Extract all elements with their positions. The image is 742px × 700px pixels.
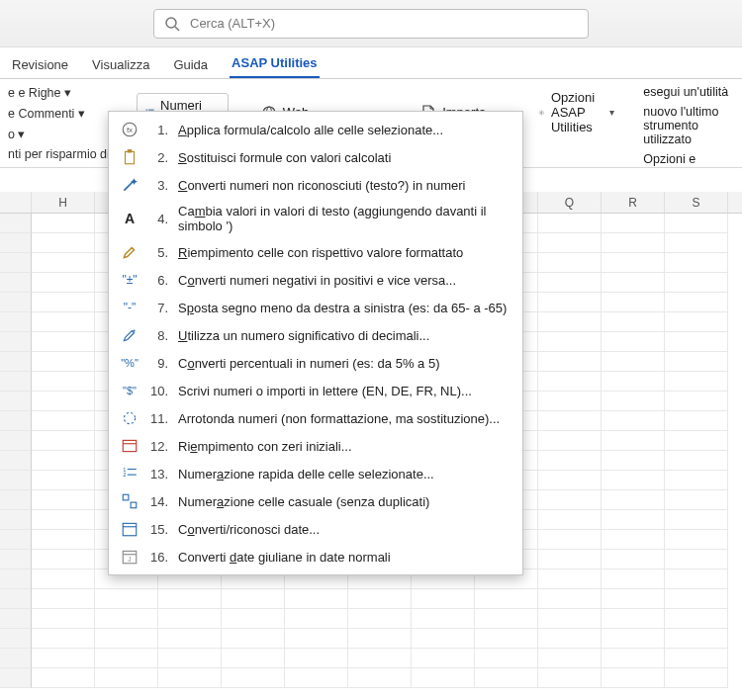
cell[interactable] <box>475 609 538 629</box>
cell[interactable] <box>32 649 95 668</box>
cell[interactable] <box>538 273 602 293</box>
menu-item-5[interactable]: 5.Riempimento celle con rispettivo valor… <box>109 238 522 266</box>
menu-item-2[interactable]: 2.Sostituisci formule con valori calcola… <box>109 143 522 171</box>
cell[interactable] <box>538 253 602 273</box>
cell[interactable] <box>538 609 602 629</box>
cell[interactable] <box>0 233 32 253</box>
cell[interactable] <box>602 451 665 471</box>
menu-item-12[interactable]: 12.Riempimento con zeri iniziali... <box>109 432 522 460</box>
cell[interactable] <box>32 530 95 550</box>
cell[interactable] <box>602 550 665 569</box>
cell[interactable] <box>95 629 158 649</box>
cell[interactable] <box>538 569 602 589</box>
cell[interactable] <box>0 214 32 233</box>
cell[interactable] <box>602 569 665 589</box>
cell[interactable] <box>222 589 285 609</box>
cell[interactable] <box>538 372 602 392</box>
cell[interactable] <box>602 293 665 312</box>
cell[interactable] <box>158 609 222 629</box>
cell[interactable] <box>602 490 665 510</box>
menu-item-1[interactable]: fx1.Applica formula/calcolo alle celle s… <box>109 116 522 143</box>
cell[interactable] <box>32 293 95 312</box>
cell[interactable] <box>665 273 728 293</box>
cell[interactable] <box>665 569 728 589</box>
cell[interactable] <box>32 253 95 273</box>
cell[interactable] <box>32 550 95 569</box>
menu-item-13[interactable]: 1213.Numerazione rapida delle celle sele… <box>109 460 522 487</box>
cell[interactable] <box>222 649 285 668</box>
cell[interactable] <box>0 273 32 293</box>
cell[interactable] <box>538 411 602 431</box>
cell[interactable] <box>602 273 665 293</box>
menu-item-3[interactable]: 3.Converti numeri non riconosciuti (test… <box>109 171 522 199</box>
cell[interactable] <box>538 550 602 569</box>
cell[interactable] <box>665 352 728 372</box>
cell[interactable] <box>602 629 665 649</box>
cell[interactable] <box>602 253 665 273</box>
partial-item[interactable]: nuovo l'ultimo strumento utilizzato <box>643 105 734 146</box>
cell[interactable] <box>665 312 728 332</box>
cell[interactable] <box>285 609 348 629</box>
cell[interactable] <box>0 589 32 609</box>
col-header-s[interactable]: S <box>665 192 728 213</box>
cell[interactable] <box>538 471 602 490</box>
cell[interactable] <box>222 629 285 649</box>
cell[interactable] <box>285 668 348 688</box>
cell[interactable] <box>665 649 728 668</box>
cell[interactable] <box>665 233 728 253</box>
cell[interactable] <box>32 411 95 431</box>
cell[interactable] <box>602 411 665 431</box>
cell[interactable] <box>0 411 32 431</box>
cell[interactable] <box>0 352 32 372</box>
cell[interactable] <box>412 649 475 668</box>
col-header-h[interactable]: H <box>32 192 95 213</box>
menu-item-4[interactable]: A4.Cambia valori in valori di testo (agg… <box>109 199 522 238</box>
cell[interactable] <box>32 431 95 451</box>
menu-item-15[interactable]: 15.Converti/riconosci date... <box>109 515 522 543</box>
cell[interactable] <box>538 431 602 451</box>
cell[interactable] <box>32 392 95 411</box>
cell[interactable] <box>158 629 222 649</box>
cell[interactable] <box>32 668 95 688</box>
cell[interactable] <box>0 668 32 688</box>
cell[interactable] <box>665 451 728 471</box>
cell[interactable] <box>348 629 412 649</box>
cell[interactable] <box>0 431 32 451</box>
menu-item-7[interactable]: "‑"7.Sposta segno meno da destra a sinis… <box>109 294 522 321</box>
cell[interactable] <box>412 629 475 649</box>
cell[interactable] <box>602 392 665 411</box>
cell[interactable] <box>32 609 95 629</box>
cell[interactable] <box>602 589 665 609</box>
cell[interactable] <box>158 649 222 668</box>
partial-item[interactable]: e e Righe ▾ <box>8 85 117 100</box>
cell[interactable] <box>0 649 32 668</box>
cell[interactable] <box>665 510 728 530</box>
cell[interactable] <box>222 609 285 629</box>
cell[interactable] <box>285 629 348 649</box>
cell[interactable] <box>538 589 602 609</box>
cell[interactable] <box>348 668 412 688</box>
cell[interactable] <box>285 589 348 609</box>
cell[interactable] <box>602 233 665 253</box>
cell[interactable] <box>665 431 728 451</box>
cell[interactable] <box>665 471 728 490</box>
cell[interactable] <box>665 589 728 609</box>
cell[interactable] <box>475 668 538 688</box>
cell[interactable] <box>95 649 158 668</box>
menu-item-16[interactable]: J16.Converti date giuliane in date norma… <box>109 543 522 570</box>
cell[interactable] <box>602 214 665 233</box>
cell[interactable] <box>602 431 665 451</box>
cell[interactable] <box>32 372 95 392</box>
cell[interactable] <box>602 471 665 490</box>
search-box[interactable]: Cerca (ALT+X) <box>153 9 589 39</box>
cell[interactable] <box>602 332 665 352</box>
cell[interactable] <box>222 668 285 688</box>
cell[interactable] <box>538 214 602 233</box>
tab-visualizza[interactable]: Visualizza <box>90 51 151 78</box>
cell[interactable] <box>0 451 32 471</box>
opzioni-asap-button[interactable]: Opzioni ASAP Utilities ▾ <box>529 85 623 139</box>
cell[interactable] <box>0 490 32 510</box>
cell[interactable] <box>158 589 222 609</box>
cell[interactable] <box>412 668 475 688</box>
cell[interactable] <box>0 471 32 490</box>
